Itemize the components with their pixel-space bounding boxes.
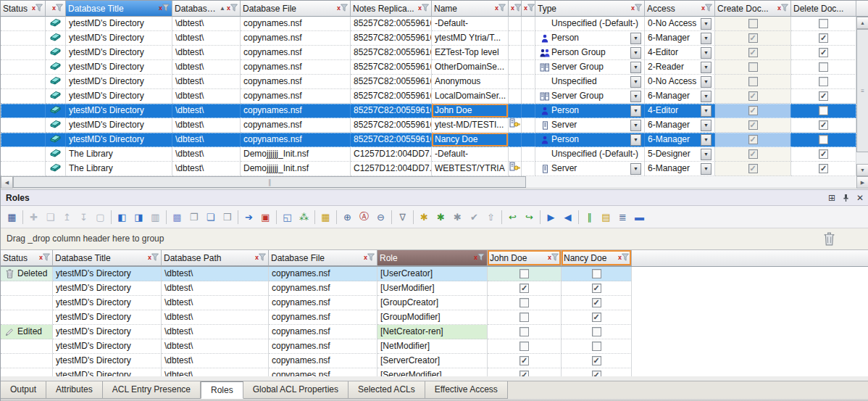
select-hierarchy-icon[interactable]: ▢	[92, 209, 109, 226]
create-doc-checkbox[interactable]	[748, 77, 758, 86]
admin-server-flag-cell[interactable]	[509, 46, 522, 60]
replica-id-cell[interactable]: 85257C82:00559616	[351, 60, 432, 75]
create-doc-checkbox[interactable]: ✓	[748, 48, 758, 57]
scroll-up-button[interactable]: ▲	[856, 17, 868, 29]
delete-doc-checkbox[interactable]: ✓	[819, 120, 828, 130]
database-file-cell[interactable]: copynames.nsf	[269, 325, 377, 339]
database-file-cell[interactable]: copynames.nsf	[269, 310, 377, 325]
database-title-cell[interactable]: The Library	[66, 162, 172, 176]
flag-cell[interactable]	[522, 46, 535, 60]
access-dropdown[interactable]: ▼	[701, 134, 711, 146]
copy-options-icon[interactable]: ❒	[219, 209, 235, 226]
flag-cell[interactable]	[522, 75, 535, 89]
database-title-cell[interactable]: ytestMD's Directory	[53, 281, 162, 296]
acl-entry-row[interactable]: ytestMD's Directory\dbtest\copynames.nsf…	[1, 133, 856, 147]
type-dropdown[interactable]: ▼	[630, 120, 641, 131]
export-gear-icon[interactable]: ✱	[416, 209, 433, 226]
access-dropdown[interactable]: ▼	[701, 149, 711, 160]
status-cell[interactable]	[1, 147, 46, 162]
name-cell[interactable]: EZTest-Top level	[432, 46, 509, 60]
nancy-doe-role-checkbox[interactable]: ✓	[592, 371, 601, 376]
database-title-cell[interactable]: ytestMD's Directory	[53, 296, 162, 310]
status-cell[interactable]: Deleted	[1, 267, 53, 281]
status-cell[interactable]	[1, 75, 46, 89]
john-doe-role-checkbox[interactable]	[519, 327, 529, 336]
console-strip-icon[interactable]: ▬	[631, 209, 648, 226]
create-doc-cell[interactable]: ✓	[715, 118, 791, 133]
database-path-cell[interactable]: \dbtest\	[172, 31, 241, 46]
column-header-access[interactable]: Accessx	[645, 1, 715, 17]
filter-icon[interactable]: x	[227, 4, 238, 14]
database-path-cell[interactable]: \dbtest\	[162, 310, 269, 325]
roles-column-header-nancy-doe[interactable]: Nancy Doex	[562, 250, 632, 266]
filter-icon[interactable]: x	[474, 253, 485, 263]
type-cell[interactable]: Server Group▼	[535, 89, 645, 104]
flag-cell[interactable]	[522, 118, 535, 133]
database-title-cell[interactable]: ytestMD's Directory	[66, 104, 172, 118]
database-title-cell[interactable]: ytestMD's Directory	[53, 354, 162, 368]
role-cell[interactable]: [UserCreator]	[377, 267, 488, 281]
access-dropdown[interactable]: ▼	[701, 76, 711, 88]
status-cell[interactable]	[1, 31, 46, 46]
flag-cell[interactable]	[522, 31, 535, 46]
filter-icon[interactable]: x	[32, 4, 43, 14]
roles-column-header-role[interactable]: Rolex	[377, 250, 488, 266]
zoom-selection-icon[interactable]: ⊕	[339, 209, 356, 226]
create-doc-cell[interactable]: ✓	[715, 147, 791, 162]
status-cell[interactable]	[1, 368, 53, 376]
type-dropdown[interactable]: ▼	[630, 47, 641, 59]
database-title-cell[interactable]: ytestMD's Directory	[66, 89, 172, 104]
nancy-doe-role-checkbox[interactable]	[592, 342, 601, 351]
database-file-cell[interactable]: copynames.nsf	[269, 339, 377, 354]
column-header-type[interactable]: Typex	[535, 1, 645, 17]
database-file-cell[interactable]: copynames.nsf	[269, 354, 377, 368]
database-file-cell[interactable]: copynames.nsf	[241, 89, 351, 104]
database-file-cell[interactable]: copynames.nsf	[241, 17, 351, 31]
database-icon-cell[interactable]	[46, 118, 66, 133]
navigate-forward-icon[interactable]: ↪	[521, 209, 538, 226]
role-row[interactable]: EditedytestMD's Directory\dbtest\copynam…	[1, 325, 633, 339]
admin-server-flag-cell[interactable]	[509, 89, 522, 104]
john-doe-role-cell[interactable]: ✓	[488, 368, 562, 376]
status-cell[interactable]	[1, 104, 46, 118]
horizontal-scrollbar-thumb[interactable]: ║	[13, 176, 526, 188]
replica-id-cell[interactable]: C1257D12:004DD7...	[351, 162, 432, 176]
role-row[interactable]: ytestMD's Directory\dbtest\copynames.nsf…	[1, 281, 633, 296]
database-path-cell[interactable]: \dbtest\	[162, 368, 269, 376]
filter-icon[interactable]: x	[418, 4, 429, 14]
database-title-cell[interactable]: ytestMD's Directory	[53, 368, 162, 376]
replica-id-cell[interactable]: 85257C82:00559616	[351, 104, 432, 118]
admin-server-flag-cell[interactable]	[509, 17, 522, 31]
close-panel-icon[interactable]: ✕	[856, 193, 864, 203]
database-title-cell[interactable]: ytestMD's Directory	[53, 267, 162, 281]
access-dropdown[interactable]: ▼	[701, 91, 711, 102]
database-file-cell[interactable]: copynames.nsf	[269, 281, 377, 296]
vertical-scrollbar[interactable]: ▲ ≡ ▼	[856, 1, 868, 176]
database-path-cell[interactable]: \dbtest\	[172, 162, 241, 176]
database-title-cell[interactable]: ytestMD's Directory	[66, 46, 172, 60]
replica-id-cell[interactable]: C1257D12:004DD7...	[351, 147, 432, 162]
database-path-cell[interactable]: \dbtest\	[162, 296, 269, 310]
column-header-notes-replica[interactable]: Notes Replica...x	[351, 1, 432, 17]
create-doc-cell[interactable]: ✓	[715, 133, 791, 147]
access-dropdown[interactable]: ▼	[701, 163, 711, 175]
vertical-scrollbar-thumb[interactable]: ≡	[856, 29, 868, 152]
john-doe-role-checkbox[interactable]: ✓	[519, 356, 529, 365]
database-file-cell[interactable]: copynames.nsf	[241, 104, 351, 118]
database-path-cell[interactable]: \dbtest\	[172, 60, 241, 75]
replica-id-cell[interactable]: 85257C82:00559616	[351, 118, 432, 133]
filter-icon[interactable]: x	[495, 4, 506, 14]
grid-options-icon[interactable]: ▤	[598, 209, 614, 226]
type-cell[interactable]: Unspecified (-Default-)	[535, 17, 645, 31]
admin-server-flag-cell[interactable]	[509, 133, 522, 147]
delete-doc-checkbox[interactable]: ✓	[819, 149, 828, 159]
database-file-cell[interactable]: copynames.nsf	[241, 75, 351, 89]
tab-attributes[interactable]: Attributes	[46, 381, 103, 399]
delete-doc-checkbox[interactable]	[819, 62, 828, 72]
pin-panel-icon[interactable]	[842, 194, 850, 202]
horizontal-scrollbar[interactable]: ◀ ║ ▶	[1, 176, 868, 189]
filter-icon[interactable]: x	[52, 4, 63, 14]
database-path-cell[interactable]: \dbtest\	[162, 281, 269, 296]
database-title-cell[interactable]: The Library	[66, 147, 172, 162]
tab-roles[interactable]: Roles	[201, 381, 243, 399]
